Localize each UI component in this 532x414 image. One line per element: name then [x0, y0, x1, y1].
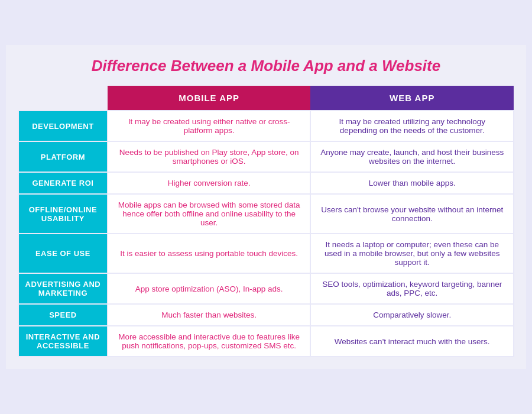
row-web-4: It needs a laptop or computer; even thes…	[310, 234, 514, 273]
row-web-5: SEO tools, optimization, keyword targeti…	[310, 273, 514, 304]
row-web-7: Websites can't interact much with the us…	[310, 326, 514, 357]
header-empty	[18, 86, 108, 111]
main-container: Difference Between a Mobile App and a We…	[6, 45, 526, 369]
row-web-2: Lower than mobile apps.	[310, 172, 514, 194]
row-mobile-6: Much faster than websites.	[108, 304, 311, 326]
row-web-0: It may be created utilizing any technolo…	[310, 111, 514, 141]
table-row: ADVERTISING AND MARKETINGApp store optim…	[18, 273, 514, 304]
table-row: PLATFORMNeeds to be published on Play st…	[18, 141, 514, 172]
row-web-3: Users can't browse your website without …	[310, 194, 514, 234]
header-mobile-app: MOBILE APP	[108, 86, 311, 111]
row-label-2: GENERATE ROI	[18, 172, 108, 194]
row-label-3: OFFLINE/ONLINE USABILITY	[18, 194, 108, 234]
row-label-7: INTERACTIVE AND ACCESSIBLE	[18, 326, 108, 357]
row-mobile-5: App store optimization (ASO), In-app ads…	[108, 273, 311, 304]
table-row: OFFLINE/ONLINE USABILITYMobile apps can …	[18, 194, 514, 234]
row-label-6: SPEED	[18, 304, 108, 326]
row-label-5: ADVERTISING AND MARKETING	[18, 273, 108, 304]
table-row: SPEEDMuch faster than websites.Comparati…	[18, 304, 514, 326]
row-mobile-2: Higher conversion rate.	[108, 172, 311, 194]
header-web-app: WEB APP	[310, 86, 514, 111]
row-mobile-4: It is easier to assess using portable to…	[108, 234, 311, 273]
row-mobile-0: It may be created using either native or…	[108, 111, 311, 141]
row-label-1: PLATFORM	[18, 141, 108, 172]
table-row: DEVELOPMENTIt may be created using eithe…	[18, 111, 514, 141]
row-web-6: Comparatively slower.	[310, 304, 514, 326]
table-row: EASE OF USEIt is easier to assess using …	[18, 234, 514, 273]
table-row: GENERATE ROIHigher conversion rate.Lower…	[18, 172, 514, 194]
row-mobile-1: Needs to be published on Play store, App…	[108, 141, 311, 172]
row-mobile-7: More accessible and interactive due to f…	[108, 326, 311, 357]
page-title: Difference Between a Mobile App and a We…	[18, 57, 514, 75]
row-web-1: Anyone may create, launch, and host thei…	[310, 141, 514, 172]
row-label-0: DEVELOPMENT	[18, 111, 108, 141]
comparison-table: MOBILE APP WEB APP DEVELOPMENTIt may be …	[18, 86, 514, 357]
table-row: INTERACTIVE AND ACCESSIBLEMore accessibl…	[18, 326, 514, 357]
row-label-4: EASE OF USE	[18, 234, 108, 273]
row-mobile-3: Mobile apps can be browsed with some sto…	[108, 194, 311, 234]
